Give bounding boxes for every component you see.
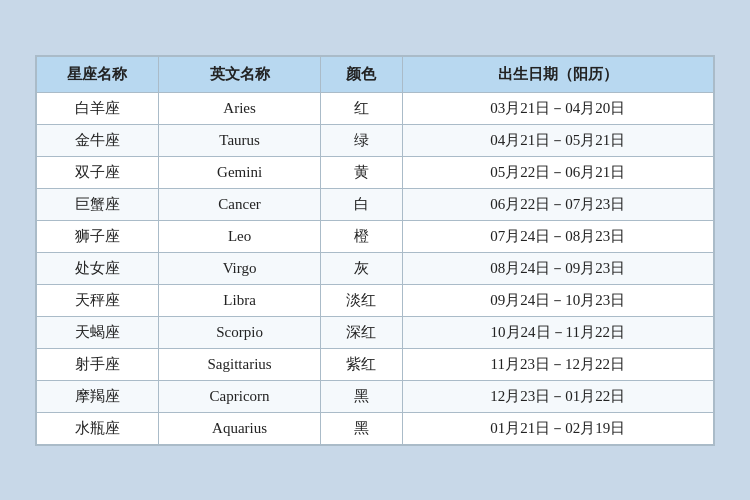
cell-date: 05月22日－06月21日 bbox=[402, 156, 713, 188]
cell-color: 绿 bbox=[321, 124, 402, 156]
cell-color: 淡红 bbox=[321, 284, 402, 316]
cell-chinese: 双子座 bbox=[37, 156, 159, 188]
cell-chinese: 天蝎座 bbox=[37, 316, 159, 348]
cell-date: 03月21日－04月20日 bbox=[402, 92, 713, 124]
cell-english: Aries bbox=[158, 92, 320, 124]
cell-color: 灰 bbox=[321, 252, 402, 284]
cell-color: 白 bbox=[321, 188, 402, 220]
zodiac-table-container: 星座名称 英文名称 颜色 出生日期（阳历） 白羊座Aries红03月21日－04… bbox=[35, 55, 715, 446]
cell-english: Leo bbox=[158, 220, 320, 252]
table-row: 白羊座Aries红03月21日－04月20日 bbox=[37, 92, 714, 124]
table-row: 巨蟹座Cancer白06月22日－07月23日 bbox=[37, 188, 714, 220]
cell-chinese: 白羊座 bbox=[37, 92, 159, 124]
table-row: 天秤座Libra淡红09月24日－10月23日 bbox=[37, 284, 714, 316]
cell-color: 红 bbox=[321, 92, 402, 124]
table-row: 狮子座Leo橙07月24日－08月23日 bbox=[37, 220, 714, 252]
cell-chinese: 摩羯座 bbox=[37, 380, 159, 412]
header-english: 英文名称 bbox=[158, 56, 320, 92]
cell-english: Virgo bbox=[158, 252, 320, 284]
cell-date: 01月21日－02月19日 bbox=[402, 412, 713, 444]
header-color: 颜色 bbox=[321, 56, 402, 92]
cell-date: 12月23日－01月22日 bbox=[402, 380, 713, 412]
cell-chinese: 狮子座 bbox=[37, 220, 159, 252]
header-chinese: 星座名称 bbox=[37, 56, 159, 92]
table-row: 金牛座Taurus绿04月21日－05月21日 bbox=[37, 124, 714, 156]
cell-color: 黑 bbox=[321, 380, 402, 412]
cell-date: 08月24日－09月23日 bbox=[402, 252, 713, 284]
cell-english: Sagittarius bbox=[158, 348, 320, 380]
table-row: 水瓶座Aquarius黑01月21日－02月19日 bbox=[37, 412, 714, 444]
cell-date: 11月23日－12月22日 bbox=[402, 348, 713, 380]
cell-chinese: 巨蟹座 bbox=[37, 188, 159, 220]
cell-date: 10月24日－11月22日 bbox=[402, 316, 713, 348]
cell-english: Scorpio bbox=[158, 316, 320, 348]
table-row: 摩羯座Capricorn黑12月23日－01月22日 bbox=[37, 380, 714, 412]
cell-english: Aquarius bbox=[158, 412, 320, 444]
cell-english: Libra bbox=[158, 284, 320, 316]
table-row: 处女座Virgo灰08月24日－09月23日 bbox=[37, 252, 714, 284]
header-date: 出生日期（阳历） bbox=[402, 56, 713, 92]
table-row: 双子座Gemini黄05月22日－06月21日 bbox=[37, 156, 714, 188]
cell-english: Taurus bbox=[158, 124, 320, 156]
table-row: 天蝎座Scorpio深红10月24日－11月22日 bbox=[37, 316, 714, 348]
cell-date: 07月24日－08月23日 bbox=[402, 220, 713, 252]
zodiac-table: 星座名称 英文名称 颜色 出生日期（阳历） 白羊座Aries红03月21日－04… bbox=[36, 56, 714, 445]
cell-chinese: 射手座 bbox=[37, 348, 159, 380]
cell-english: Cancer bbox=[158, 188, 320, 220]
cell-color: 深红 bbox=[321, 316, 402, 348]
table-header-row: 星座名称 英文名称 颜色 出生日期（阳历） bbox=[37, 56, 714, 92]
cell-color: 紫红 bbox=[321, 348, 402, 380]
cell-color: 黑 bbox=[321, 412, 402, 444]
table-row: 射手座Sagittarius紫红11月23日－12月22日 bbox=[37, 348, 714, 380]
cell-chinese: 水瓶座 bbox=[37, 412, 159, 444]
cell-english: Gemini bbox=[158, 156, 320, 188]
cell-chinese: 天秤座 bbox=[37, 284, 159, 316]
cell-color: 黄 bbox=[321, 156, 402, 188]
cell-color: 橙 bbox=[321, 220, 402, 252]
cell-chinese: 金牛座 bbox=[37, 124, 159, 156]
cell-english: Capricorn bbox=[158, 380, 320, 412]
cell-date: 09月24日－10月23日 bbox=[402, 284, 713, 316]
cell-date: 06月22日－07月23日 bbox=[402, 188, 713, 220]
cell-chinese: 处女座 bbox=[37, 252, 159, 284]
cell-date: 04月21日－05月21日 bbox=[402, 124, 713, 156]
